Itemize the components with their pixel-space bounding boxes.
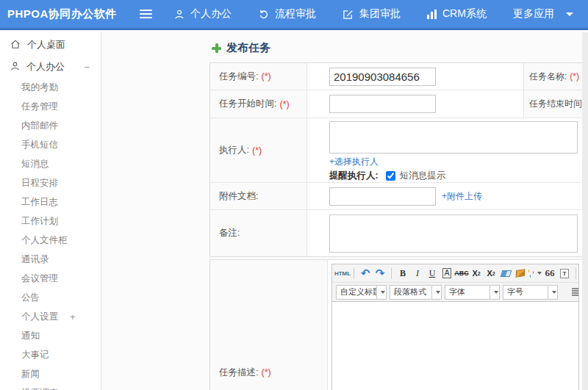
collapse-toggle[interactable]: −: [84, 62, 90, 73]
sidebar-item-short-message[interactable]: 短消息: [0, 154, 101, 173]
underline-button[interactable]: U: [426, 267, 439, 281]
expand-toggle[interactable]: +: [70, 311, 76, 322]
color-sparkle-icon[interactable]: [528, 267, 542, 281]
hamburger-menu-icon[interactable]: [140, 7, 152, 21]
align-left-icon[interactable]: [571, 287, 578, 297]
subscript-button[interactable]: X2: [484, 267, 498, 281]
nav-process-approval[interactable]: 流程审批: [258, 7, 316, 21]
sidebar-item-label: 投票调查: [21, 387, 58, 390]
eraser-icon[interactable]: [499, 267, 512, 281]
blockquote-button[interactable]: 66: [543, 267, 556, 281]
sidebar-item-label: 新闻: [21, 368, 40, 380]
sidebar-item-mobile-sms[interactable]: 手机短信: [0, 135, 101, 154]
sidebar-item-label: 大事记: [21, 349, 49, 361]
sidebar-item-label: 短消息: [21, 158, 49, 170]
task-name-label: 任务名称:(*): [523, 63, 583, 90]
sidebar-item-contacts[interactable]: 通讯录: [0, 250, 101, 269]
sidebar-item-personal-office[interactable]: 个人办公 −: [0, 56, 101, 78]
italic-button[interactable]: I: [411, 267, 424, 281]
approval-edit-icon: [343, 9, 354, 20]
sidebar-item-label: 个人文件柜: [21, 234, 68, 247]
executor-textarea[interactable]: [329, 121, 578, 154]
nav-crm-system[interactable]: CRM系统: [427, 7, 487, 21]
nav-more-apps[interactable]: 更多应用: [513, 7, 573, 21]
process-icon: [258, 9, 269, 20]
undo-button[interactable]: ↶: [359, 267, 372, 281]
sidebar-item-task-management[interactable]: 任务管理: [0, 97, 101, 116]
caret-down-icon: [566, 12, 573, 16]
page-title: 发布任务: [212, 41, 270, 55]
sidebar-item-label: 手机短信: [21, 139, 58, 151]
sidebar-item-label: 公告: [21, 292, 40, 304]
sidebar-item-attendance[interactable]: 我的考勤: [0, 78, 101, 97]
paragraph-format-dropdown[interactable]: 段落格式: [390, 285, 442, 300]
caret-down-icon: [381, 291, 385, 294]
sidebar-item-vote[interactable]: 投票调查: [0, 383, 101, 390]
sidebar-item-file-cabinet[interactable]: 个人文件柜: [0, 231, 101, 250]
sidebar-item-label: 内部邮件: [21, 120, 58, 132]
sidebar-item-label: 个人桌面: [27, 38, 65, 51]
sidebar-item-news[interactable]: 新闻: [0, 364, 101, 383]
remark-label: 备注:: [210, 210, 307, 256]
attachment-cell: +附件上传: [307, 183, 583, 209]
caret-down-icon: [436, 291, 440, 294]
row-task-number: 任务编号:(*) 任务名称:(*): [210, 63, 583, 90]
strikethrough-button[interactable]: ABC: [455, 267, 468, 281]
toolbar-separator: [354, 268, 354, 279]
sidebar-item-label: 通知: [21, 330, 40, 342]
task-number-input[interactable]: [329, 68, 436, 86]
redo-button[interactable]: ↷: [373, 267, 387, 281]
superscript-button[interactable]: X2: [470, 267, 483, 281]
sms-remind-label: 短消息提示: [400, 170, 446, 182]
start-time-input[interactable]: [329, 95, 436, 113]
caret-down-icon: [494, 291, 498, 294]
html-source-button[interactable]: HTML: [336, 267, 349, 281]
sidebar-item-work-log[interactable]: 工作日志: [0, 192, 101, 212]
font-family-dropdown[interactable]: 字体: [445, 285, 500, 300]
sidebar-item-personal-desktop[interactable]: 个人桌面: [0, 34, 101, 56]
select-executor-link[interactable]: +选择执行人: [329, 156, 379, 168]
attachment-upload-link[interactable]: +附件上传: [442, 190, 482, 203]
editor-content-area[interactable]: [332, 301, 578, 390]
row-executor: 执行人:(*) +选择执行人 提醒执行人: 短消息提示: [210, 118, 583, 183]
sidebar-item-label: 任务管理: [21, 101, 58, 113]
sidebar-item-notification[interactable]: 通知: [0, 326, 101, 345]
top-nav: 个人办公 流程审批 集团审批 CRM系统 更多应用: [174, 7, 573, 21]
font-style-button[interactable]: A: [440, 267, 453, 281]
sidebar-item-announcement[interactable]: 公告: [0, 288, 101, 307]
sidebar-item-label: 个人设置: [21, 311, 58, 323]
remark-textarea[interactable]: [329, 214, 578, 253]
editor-toolbar-row1: HTML ↶ ↷ B I U A ABC X2 X2 66 T: [332, 264, 578, 282]
heading-dropdown[interactable]: 自定义标题: [336, 285, 387, 300]
sidebar-item-memorabilia[interactable]: 大事记: [0, 345, 101, 364]
start-time-label: 任务开始时间:(*): [210, 90, 307, 118]
attachment-input[interactable]: [329, 187, 436, 206]
remind-executor-row: 提醒执行人: 短消息提示: [329, 170, 445, 182]
sidebar-item-meeting-management[interactable]: 会议管理: [0, 269, 101, 288]
sidebar-item-internal-mail[interactable]: 内部邮件: [0, 116, 101, 135]
sidebar-item-personal-settings[interactable]: 个人设置 +: [0, 307, 101, 326]
nav-group-approval[interactable]: 集团审批: [343, 7, 401, 21]
rich-text-editor: HTML ↶ ↷ B I U A ABC X2 X2 66 T: [328, 260, 583, 390]
crm-chart-icon: [427, 10, 437, 19]
paste-as-text-icon[interactable]: T: [558, 267, 571, 281]
page-gutter: [582, 32, 588, 390]
end-time-label: 任务结束时间:(*): [523, 90, 583, 118]
sms-remind-checkbox[interactable]: [386, 171, 395, 181]
font-size-dropdown[interactable]: 字号: [503, 285, 558, 300]
home-icon: [10, 39, 21, 51]
bold-button[interactable]: B: [396, 267, 409, 281]
sidebar-item-work-plan[interactable]: 工作计划: [0, 212, 101, 231]
caret-down-icon: [537, 272, 542, 275]
sidebar-item-schedule[interactable]: 日程安排: [0, 173, 101, 192]
executor-cell: +选择执行人 提醒执行人: 短消息提示: [307, 118, 583, 182]
row-start-time: 任务开始时间:(*) 任务结束时间:(*): [210, 90, 583, 118]
top-header: PHPOA协同办公软件 个人办公 流程审批 集团审批 CRM系统 更多应用: [0, 0, 588, 30]
sidebar-item-label: 工作日志: [21, 196, 58, 209]
nav-label: 流程审批: [275, 7, 316, 21]
nav-label: 更多应用: [513, 7, 554, 21]
page-title-text: 发布任务: [226, 41, 270, 55]
format-brush-icon[interactable]: [514, 267, 527, 281]
task-form: 任务编号:(*) 任务名称:(*) 任务开始时间:(*) 任务结束时间:(*): [209, 62, 584, 257]
nav-personal-office[interactable]: 个人办公: [174, 7, 232, 21]
